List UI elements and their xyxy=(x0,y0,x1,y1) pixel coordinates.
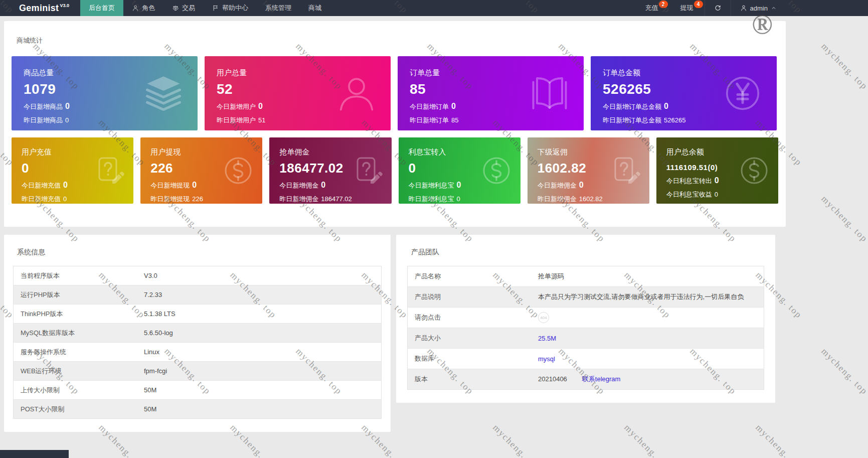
stat-line-today-value: 0 xyxy=(579,181,584,189)
row-value: 7.2.33 xyxy=(137,285,382,304)
stat-line-today-value: 0 xyxy=(451,102,456,110)
person-icon xyxy=(132,5,139,12)
do-not-click-badge[interactable]: 404 xyxy=(538,312,549,323)
stat-card: 用户总余额1116109.51(0)今日利息宝转出0今日利息宝收益0 xyxy=(656,137,778,204)
stat-card: 用户充值0今日新增充值0昨日新增充值0 xyxy=(12,137,133,204)
docq-icon xyxy=(352,155,384,187)
row-value: Linux xyxy=(137,343,382,362)
dollar-icon xyxy=(738,155,770,187)
navbar-actions: 充值2提现4 xyxy=(634,0,705,16)
row-label: 版本 xyxy=(408,369,532,390)
stat-line-yesterday-value: 186477.02 xyxy=(321,195,352,203)
row-value: 抢单源码 xyxy=(531,266,764,287)
stat-card: 下级返佣1602.82今日新增佣金0昨日新增佣金1602.82 xyxy=(528,137,649,204)
stat-card: 用户总量52今日新增用户0昨日新增用户51 xyxy=(205,56,391,130)
docq-icon xyxy=(93,155,125,187)
row-label: 上传大小限制 xyxy=(14,381,137,400)
stat-line-yesterday-label: 今日利息宝收益 xyxy=(666,191,712,198)
stat-line-today-value: 0 xyxy=(65,102,70,110)
navbar-menu-item[interactable]: 商城 xyxy=(300,0,330,16)
stat-card: 利息宝转入0今日新增利息宝0昨日新增利息宝0 xyxy=(399,137,520,204)
system-info-tbody: 当前程序版本V3.0运行PHP版本7.2.33ThinkPHP版本5.1.38 … xyxy=(14,266,382,419)
notification-badge: 2 xyxy=(659,1,668,8)
stat-line-yesterday-label: 昨日新增佣金 xyxy=(538,195,577,203)
stat-line-today-value: 0 xyxy=(715,176,719,185)
stat-line-yesterday-value: 51 xyxy=(258,116,265,124)
stat-line-yesterday-value: 0 xyxy=(457,195,460,203)
navbar-menu-item[interactable]: 系统管理 xyxy=(257,0,300,16)
stat-card: 用户提现226今日新增提现0昨日新增提现226 xyxy=(140,137,262,204)
product-team-tbody: 产品名称抢单源码产品说明本产品只为学习测试交流,请勿要做商业或者用于违法行为,一… xyxy=(408,266,764,390)
bottom-panels: 系统信息 当前程序版本V3.0运行PHP版本7.2.33ThinkPHP版本5.… xyxy=(4,235,786,432)
stat-line-yesterday-label: 昨日新增用户 xyxy=(217,116,256,124)
table-row: 请勿点击404 xyxy=(408,308,764,328)
navbar-action-label: 充值 xyxy=(645,4,658,13)
value-text: 20210406 xyxy=(538,375,567,383)
stat-line-today-value: 0 xyxy=(258,102,263,110)
layers-icon xyxy=(143,73,184,113)
row-label: 运行PHP版本 xyxy=(14,285,137,304)
user-icon xyxy=(740,5,747,12)
stat-line-yesterday-label: 昨日新增商品 xyxy=(24,116,63,124)
stat-card: 订单总量85今日新增订单0昨日新增订单85 xyxy=(398,56,584,130)
telegram-link[interactable]: 联系telegram xyxy=(582,375,621,383)
stat-line-today-label: 今日新增充值 xyxy=(22,182,61,189)
value-text: 本产品只为学习测试交流,请勿要做商业或者用于违法行为,一切后果自负 xyxy=(538,293,744,300)
table-row: 上传大小限制50M xyxy=(14,381,382,400)
stat-line-yesterday-label: 昨日新增订单 xyxy=(410,116,449,124)
stat-line-yesterday: 昨日新增利息宝0 xyxy=(409,195,510,204)
user-menu[interactable]: admin xyxy=(731,0,786,16)
stat-line-today-label: 今日新增订单总金额 xyxy=(603,103,661,110)
stat-line-yesterday: 昨日新增订单总金额526265 xyxy=(603,116,765,125)
table-row: 产品名称抢单源码 xyxy=(408,266,764,287)
row-label: 请勿点击 xyxy=(408,308,532,328)
stat-line-yesterday-value: 0 xyxy=(65,116,69,124)
navbar-menu-item-label: 角色 xyxy=(142,4,155,13)
row-value: V3.0 xyxy=(137,266,382,285)
navbar-menu: 后台首页角色交易帮助中心系统管理商城 xyxy=(80,0,330,16)
docq-icon xyxy=(609,155,641,187)
value-text: 抢单源码 xyxy=(538,272,564,280)
row-value: 5.6.50-log xyxy=(137,324,382,343)
stat-line-today-label: 今日新增佣金 xyxy=(279,182,318,189)
stat-line-yesterday-label: 昨日新增充值 xyxy=(22,195,61,203)
stat-line-today-label: 今日新增订单 xyxy=(410,103,449,110)
navbar-menu-item[interactable]: 帮助中心 xyxy=(204,0,257,16)
stats-cards-row-1: 商品总量1079今日新增商品0昨日新增商品0用户总量52今日新增用户0昨日新增用… xyxy=(12,56,778,130)
navbar-action-button[interactable]: 提现4 xyxy=(669,0,705,16)
stat-line-today-label: 今日新增利息宝 xyxy=(409,182,454,189)
product-team-panel: 产品团队 产品名称抢单源码产品说明本产品只为学习测试交流,请勿要做商业或者用于违… xyxy=(396,235,775,403)
navbar-menu-item[interactable]: 后台首页 xyxy=(80,0,123,16)
book-icon xyxy=(530,73,570,113)
stat-line-yesterday-value: 226 xyxy=(192,195,203,203)
row-value: fpm-fcgi xyxy=(137,362,382,381)
navbar-menu-item[interactable]: 角色 xyxy=(123,0,163,16)
app-logo[interactable]: Geminist V3.0 xyxy=(0,0,80,16)
table-row: 数据库mysql xyxy=(408,349,764,369)
navbar-action-button[interactable]: 充值2 xyxy=(634,0,669,16)
watermark-text: mycheng. top xyxy=(819,41,868,92)
main-content: 商城统计 商品总量1079今日新增商品0昨日新增商品0用户总量52今日新增用户0… xyxy=(4,21,786,432)
row-label: POST大小限制 xyxy=(14,400,137,419)
value-link[interactable]: 25.5M xyxy=(538,335,556,342)
navbar-menu-item-label: 系统管理 xyxy=(265,4,291,13)
dollar-icon xyxy=(222,155,254,187)
stat-line-yesterday-value: 0 xyxy=(63,195,67,203)
stat-line-yesterday: 昨日新增订单85 xyxy=(410,116,572,125)
stat-line-today-value: 0 xyxy=(192,181,197,189)
footer-bar xyxy=(0,450,69,458)
scales-icon xyxy=(172,5,179,12)
value-link[interactable]: mysql xyxy=(538,355,555,363)
navbar-menu-item[interactable]: 交易 xyxy=(163,0,204,16)
row-label: ThinkPHP版本 xyxy=(14,304,137,324)
dollar-icon xyxy=(480,155,512,187)
table-row: POST大小限制50M xyxy=(14,400,382,419)
app-version: V3.0 xyxy=(60,3,69,8)
row-value: 404 xyxy=(531,308,764,328)
stats-cards-row-2: 用户充值0今日新增充值0昨日新增充值0用户提现226今日新增提现0昨日新增提现2… xyxy=(12,137,778,204)
stat-line-yesterday-label: 昨日新增佣金 xyxy=(279,195,318,203)
stat-card: 抢单佣金186477.02今日新增佣金0昨日新增佣金186477.02 xyxy=(269,137,391,204)
refresh-icon xyxy=(714,5,722,12)
stat-line-yesterday: 昨日新增提现226 xyxy=(150,195,252,204)
refresh-button[interactable] xyxy=(705,0,731,16)
